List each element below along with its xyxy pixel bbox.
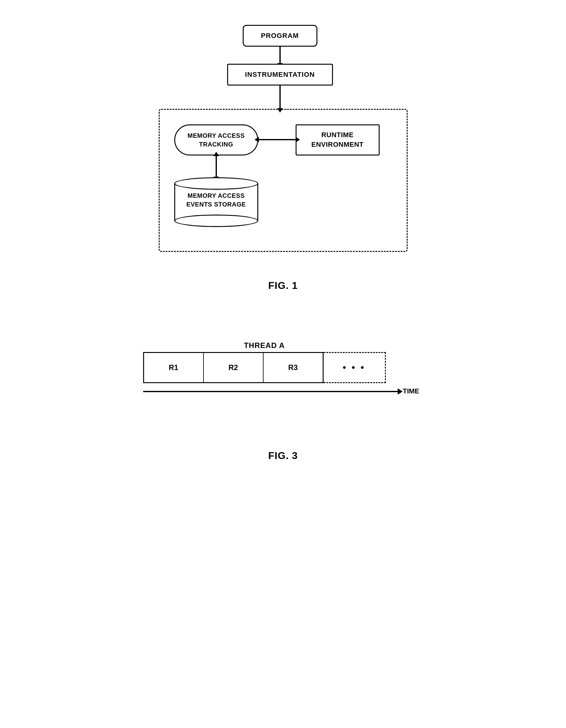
program-box: PROGRAM — [243, 25, 318, 47]
fig1-section: PROGRAM INSTRUMENTATION MEMORY ACCESSTRA… — [0, 19, 566, 291]
instrumentation-box: INSTRUMENTATION — [227, 64, 333, 86]
storage-text-overlay: MEMORY ACCESSEVENTS STORAGE — [174, 191, 258, 209]
time-label: TIME — [403, 387, 420, 395]
fig1-diagram: PROGRAM INSTRUMENTATION MEMORY ACCESSTRA… — [143, 19, 423, 274]
fig3-diagram: THREAD A R1 R2 R3 • • • TIME — [143, 341, 423, 441]
memory-tracking-box: MEMORY ACCESSTRACKING — [174, 124, 258, 155]
thread-a-label: THREAD A — [143, 341, 386, 350]
fig1-caption: FIG. 1 — [268, 280, 298, 291]
thread-timeline-solid: R1 R2 R3 — [143, 352, 324, 383]
arrow-tracking-to-runtime — [258, 139, 296, 140]
runtime-box: RUNTIMEENVIRONMENT — [296, 124, 380, 155]
arrow-program-to-instrumentation — [279, 47, 281, 64]
runtime-label: RUNTIMEENVIRONMENT — [311, 130, 364, 150]
cylinder-bottom — [174, 215, 258, 227]
instrumentation-label: INSTRUMENTATION — [245, 71, 315, 79]
storage-label: MEMORY ACCESSEVENTS STORAGE — [186, 192, 246, 208]
arrow-tracking-to-storage — [216, 155, 217, 177]
time-arrow — [143, 391, 398, 392]
segment-r1: R1 — [144, 353, 204, 382]
fig3-caption: FIG. 3 — [268, 450, 298, 461]
thread-dots: • • • — [343, 362, 365, 373]
arrow-instrumentation-to-runtime — [279, 86, 281, 109]
program-label: PROGRAM — [261, 32, 299, 40]
page-container: PROGRAM INSTRUMENTATION MEMORY ACCESSTRA… — [0, 0, 566, 728]
thread-timeline-dashed: • • • — [324, 352, 386, 383]
segment-r2: R2 — [204, 353, 263, 382]
fig3-section: THREAD A R1 R2 R3 • • • TIME — [0, 341, 566, 461]
memory-tracking-label: MEMORY ACCESSTRACKING — [188, 131, 245, 149]
cylinder-top — [174, 177, 258, 190]
segment-r3: R3 — [263, 353, 323, 382]
